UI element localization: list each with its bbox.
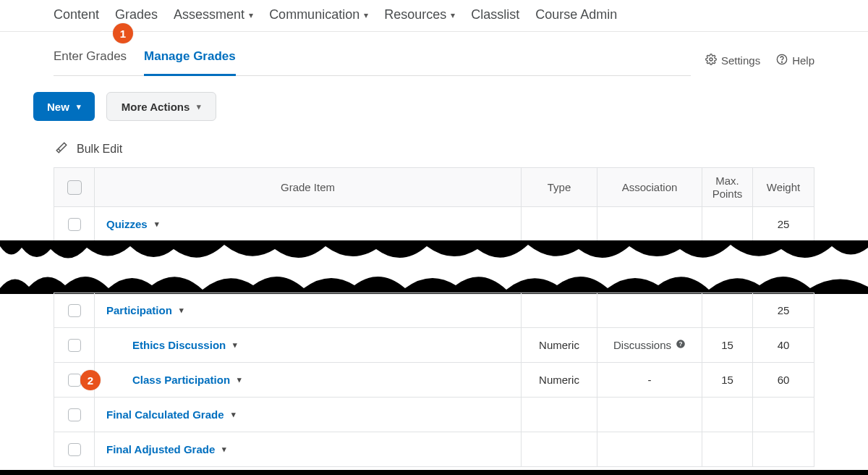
page-root: Content Grades Assessment ▾ Communicatio… xyxy=(0,0,868,475)
final-adjusted-label: Final Adjusted Grade xyxy=(106,443,215,455)
grades-table-continued: Participation ▾ 25 Ethics Discussion xyxy=(54,293,814,467)
class-participation-weight: 60 xyxy=(753,363,814,398)
nav-classlist[interactable]: Classlist xyxy=(471,7,519,22)
grade-item-class-participation[interactable]: Class Participation ▾ xyxy=(132,374,242,386)
help-link[interactable]: Help xyxy=(776,54,814,67)
new-button-label: New xyxy=(47,101,69,113)
nav-communication[interactable]: Communication ▾ xyxy=(269,7,368,22)
class-participation-type: Numeric xyxy=(522,363,597,398)
quizzes-type xyxy=(522,207,597,242)
col-association-label: Association xyxy=(622,181,678,193)
nav-resources-label: Resources xyxy=(384,7,446,22)
final-calculated-label: Final Calculated Grade xyxy=(106,408,224,421)
chevron-down-icon: ▾ xyxy=(197,102,201,112)
new-button[interactable]: New ▾ xyxy=(33,92,95,121)
row-checkbox[interactable] xyxy=(68,304,81,317)
settings-label: Settings xyxy=(721,54,760,67)
col-grade-item: Grade Item xyxy=(95,168,522,207)
grade-item-final-adjusted[interactable]: Final Adjusted Grade ▾ xyxy=(106,443,226,455)
participation-type xyxy=(522,293,597,328)
chevron-down-icon: ▾ xyxy=(249,10,253,20)
callout-badge-2: 2 xyxy=(80,370,101,390)
col-max-points-label: Max. Points xyxy=(712,175,743,200)
settings-link[interactable]: Settings xyxy=(705,54,760,67)
callout-1-number: 1 xyxy=(120,28,126,40)
class-participation-label: Class Participation xyxy=(132,374,230,386)
row-class-participation: 2 Class Participation ▾ Numeric - 15 60 xyxy=(54,363,814,398)
help-icon: ? xyxy=(676,339,686,351)
subnav-right-links: Settings Help xyxy=(705,54,814,67)
participation-points xyxy=(702,293,753,328)
quizzes-points xyxy=(702,207,753,242)
grades-table-top: Grade Item Type Association Max. Points … xyxy=(0,167,868,242)
help-icon xyxy=(776,54,788,67)
grades-subtabs: Enter Grades Manage Grades xyxy=(54,45,691,76)
row-checkbox[interactable] xyxy=(68,339,81,352)
class-participation-points: 15 xyxy=(702,363,753,398)
callout-badge-1: 1 xyxy=(113,23,133,43)
col-weight: Weight xyxy=(753,168,814,207)
grades-table: Grade Item Type Association Max. Points … xyxy=(54,167,814,242)
more-actions-button[interactable]: More Actions ▾ xyxy=(106,92,216,121)
row-quizzes: Quizzes ▾ 25 xyxy=(54,207,814,242)
grade-item-final-calculated[interactable]: Final Calculated Grade ▾ xyxy=(106,408,236,421)
col-select-all xyxy=(54,168,95,207)
col-type-label: Type xyxy=(548,181,571,193)
ethics-association-label: Discussions xyxy=(613,339,671,351)
chevron-down-icon: ▾ xyxy=(155,219,159,229)
row-ethics-discussion: Ethics Discussion ▾ Numeric Discussions … xyxy=(54,328,814,363)
nav-classlist-label: Classlist xyxy=(471,7,519,22)
bulk-edit-icon xyxy=(55,141,68,157)
chevron-down-icon: ▾ xyxy=(222,445,226,454)
ethics-weight: 40 xyxy=(753,328,814,363)
participation-weight: 25 xyxy=(753,293,814,328)
row-checkbox[interactable] xyxy=(68,443,81,456)
chevron-down-icon: ▾ xyxy=(233,340,237,350)
nav-grades-label: Grades xyxy=(115,7,158,22)
select-all-checkbox[interactable] xyxy=(67,180,82,195)
grades-table-bottom: Participation ▾ 25 Ethics Discussion xyxy=(0,293,868,467)
participation-label: Participation xyxy=(106,304,172,316)
ethics-association-link[interactable]: Discussions ? xyxy=(613,339,686,351)
quizzes-association xyxy=(597,207,702,242)
row-final-adjusted: Final Adjusted Grade ▾ xyxy=(54,432,814,467)
col-type: Type xyxy=(522,168,597,207)
quizzes-weight: 25 xyxy=(753,207,814,242)
participation-association xyxy=(597,293,702,328)
bulk-edit-link[interactable]: Bulk Edit xyxy=(0,121,868,167)
tab-enter-grades-label: Enter Grades xyxy=(54,49,127,63)
row-checkbox[interactable] xyxy=(68,408,81,421)
row-participation: Participation ▾ 25 xyxy=(54,293,814,328)
nav-assessment[interactable]: Assessment ▾ xyxy=(174,7,253,22)
chevron-down-icon: ▾ xyxy=(237,375,242,384)
nav-content[interactable]: Content xyxy=(54,7,99,22)
tab-manage-grades[interactable]: Manage Grades xyxy=(144,45,236,76)
tab-manage-grades-label: Manage Grades xyxy=(144,49,236,63)
chevron-down-icon: ▾ xyxy=(179,306,184,315)
grades-subnav: Enter Grades Manage Grades Settings Help xyxy=(0,45,868,76)
nav-resources[interactable]: Resources ▾ xyxy=(384,7,455,22)
svg-point-2 xyxy=(782,62,783,62)
nav-content-label: Content xyxy=(54,7,99,22)
svg-point-0 xyxy=(710,58,712,61)
ethics-type: Numeric xyxy=(522,328,597,363)
ethics-label: Ethics Discussion xyxy=(132,339,226,351)
chevron-down-icon: ▾ xyxy=(77,102,81,112)
nav-course-admin[interactable]: Course Admin xyxy=(535,7,617,22)
help-label: Help xyxy=(792,54,814,67)
torn-page-gap xyxy=(0,242,868,293)
more-actions-label: More Actions xyxy=(122,101,190,113)
grade-category-participation[interactable]: Participation ▾ xyxy=(106,304,184,316)
row-checkbox[interactable] xyxy=(68,218,81,231)
row-checkbox[interactable] xyxy=(68,374,81,387)
grade-category-quizzes[interactable]: Quizzes ▾ xyxy=(106,218,159,230)
callout-2-number: 2 xyxy=(88,374,93,387)
nav-grades[interactable]: Grades xyxy=(115,7,158,22)
page-bottom-shadow xyxy=(0,470,868,475)
grade-item-ethics-discussion[interactable]: Ethics Discussion ▾ xyxy=(132,339,237,351)
nav-course-admin-label: Course Admin xyxy=(535,7,617,22)
col-weight-label: Weight xyxy=(767,181,800,193)
tab-enter-grades[interactable]: Enter Grades xyxy=(54,45,127,75)
row-final-calculated: Final Calculated Grade ▾ xyxy=(54,398,814,432)
col-grade-item-label: Grade Item xyxy=(281,181,335,193)
